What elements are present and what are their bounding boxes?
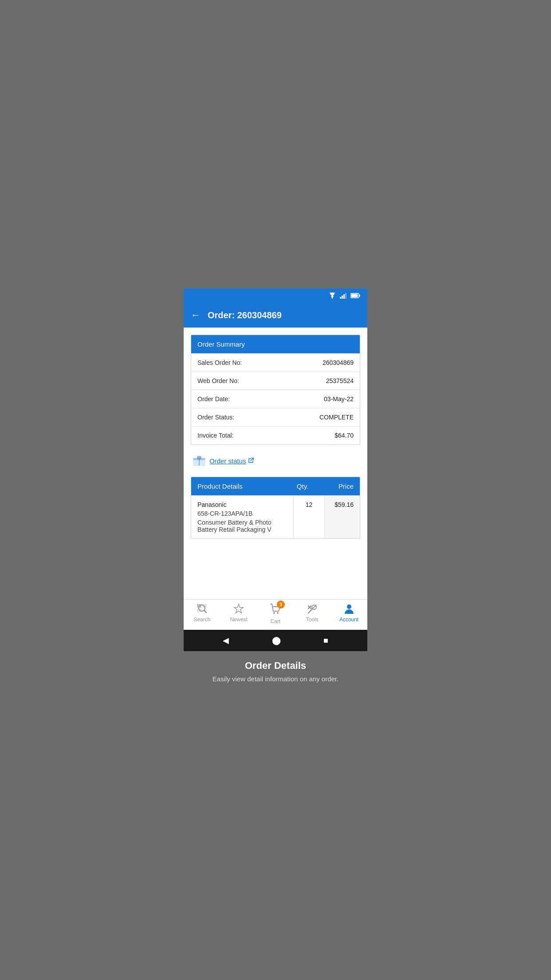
product-sku: 658-CR-123APA/1B — [197, 510, 287, 517]
svg-rect-8 — [359, 295, 360, 297]
svg-rect-3 — [340, 297, 341, 299]
product-name: Panasonic — [197, 501, 287, 508]
product-detail-heading: Product Details — [197, 482, 287, 490]
product-desc2: Battery Retail Packaging V — [197, 526, 287, 533]
caption-area: Order Details Easily view detail informa… — [184, 651, 367, 692]
table-row: Panasonic 658-CR-123APA/1B Consumer Batt… — [191, 495, 360, 538]
table-row: Web Order No: 25375524 — [191, 371, 360, 390]
table-row: Order Status: COMPLETE — [191, 408, 360, 426]
header: ← Order: 260304869 — [184, 303, 367, 328]
product-qty-cell: 12 — [293, 496, 324, 538]
cart-badge: 3 — [277, 601, 285, 609]
content-spacer — [191, 539, 360, 592]
cart-wrapper: 3 — [270, 603, 281, 616]
cart-label: Cart — [271, 618, 281, 624]
product-table: Product Details Qty. Price Panasonic 658… — [191, 477, 360, 539]
order-status-label: Order Status: — [197, 414, 234, 421]
phone-wrapper: ← Order: 260304869 Order Summary Sales O… — [184, 288, 367, 692]
sales-order-value: 260304869 — [323, 359, 354, 366]
order-summary-table: Order Summary Sales Order No: 260304869 … — [191, 335, 360, 445]
svg-rect-4 — [342, 296, 343, 299]
product-qty-heading: Qty. — [287, 482, 318, 490]
nav-item-cart[interactable]: 3 Cart — [262, 603, 289, 624]
phone-screen: ← Order: 260304869 Order Summary Sales O… — [184, 288, 367, 651]
search-icon — [196, 603, 208, 615]
package-icon — [193, 455, 206, 466]
svg-point-28 — [347, 605, 351, 609]
search-label: Search — [193, 616, 210, 623]
web-order-label: Web Order No: — [197, 377, 239, 384]
svg-line-23 — [308, 609, 313, 613]
product-price-cell: $59.16 — [324, 496, 360, 538]
table-row: Sales Order No: 260304869 — [191, 353, 360, 371]
sales-order-label: Sales Order No: — [197, 359, 242, 366]
caption-title: Order Details — [191, 660, 360, 672]
svg-marker-20 — [234, 604, 243, 613]
newest-icon — [233, 603, 244, 615]
newest-label: Newest — [230, 616, 248, 623]
svg-rect-5 — [343, 294, 345, 299]
nav-item-newest[interactable]: Newest — [225, 603, 252, 624]
product-desc1: Consumer Battery & Photo — [197, 519, 287, 526]
nav-item-search[interactable]: Search — [189, 603, 215, 624]
order-date-label: Order Date: — [197, 395, 230, 403]
account-label: Account — [339, 616, 358, 623]
wifi-icon — [328, 292, 336, 299]
bottom-nav: Search Newest 3 Cart — [184, 599, 367, 630]
order-status-link[interactable]: Order status — [209, 457, 254, 465]
order-status-link-row: Order status — [191, 455, 360, 466]
order-summary-heading: Order Summary — [191, 335, 360, 353]
svg-point-21 — [273, 612, 275, 614]
back-button[interactable]: ← — [191, 309, 201, 321]
svg-rect-6 — [345, 293, 346, 299]
order-status-value: COMPLETE — [319, 414, 354, 421]
product-price-heading: Price — [318, 482, 354, 490]
svg-rect-9 — [351, 294, 358, 297]
android-back-button[interactable]: ◀ — [223, 636, 229, 645]
content-area: Order Summary Sales Order No: 260304869 … — [184, 328, 367, 599]
signal-icon — [340, 292, 347, 299]
table-row: Invoice Total: $64.70 — [191, 426, 360, 444]
android-nav: ◀ ⬤ ■ — [184, 630, 367, 651]
product-table-header: Product Details Qty. Price — [191, 477, 360, 495]
svg-point-22 — [277, 612, 279, 614]
invoice-total-label: Invoice Total: — [197, 432, 233, 439]
battery-icon — [350, 293, 360, 298]
status-bar — [184, 288, 367, 303]
external-link-icon — [248, 457, 254, 465]
android-recent-button[interactable]: ■ — [323, 636, 328, 645]
page-title: Order: 260304869 — [208, 310, 282, 320]
android-home-button[interactable]: ⬤ — [272, 636, 281, 645]
svg-rect-12 — [197, 456, 201, 459]
invoice-total-value: $64.70 — [335, 432, 354, 439]
tools-icon — [307, 603, 318, 615]
order-date-value: 03-May-22 — [324, 395, 354, 403]
account-icon — [343, 603, 355, 615]
table-row: Order Date: 03-May-22 — [191, 390, 360, 408]
nav-item-account[interactable]: Account — [336, 603, 362, 624]
product-detail-cell: Panasonic 658-CR-123APA/1B Consumer Batt… — [191, 496, 293, 538]
tools-label: Tools — [306, 616, 319, 623]
caption-subtitle: Easily view detail information on any or… — [191, 675, 360, 683]
nav-item-tools[interactable]: Tools — [299, 603, 326, 624]
web-order-value: 25375524 — [326, 377, 354, 384]
